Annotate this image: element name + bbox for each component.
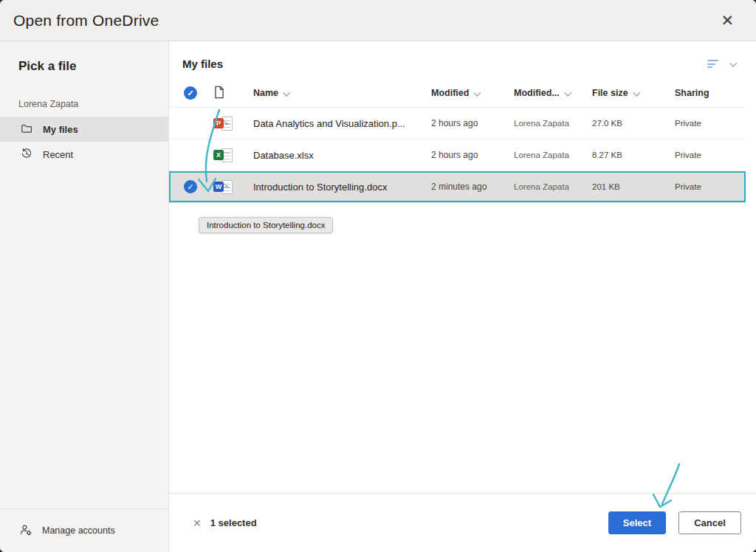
clear-selection-icon[interactable]: ✕ (193, 517, 202, 529)
sidebar: Pick a file Lorena Zapata My files (0, 41, 169, 552)
table-row-selected[interactable]: ✓ W Introduction to Storytelling.docx 2 … (169, 171, 746, 203)
close-icon[interactable]: ✕ (716, 11, 738, 30)
person-gear-icon (20, 524, 32, 538)
chevron-down-icon (283, 89, 290, 97)
file-name: Data Analytics and Visualization.p... (246, 118, 431, 129)
selection-status: 1 selected (210, 517, 257, 528)
sidebar-heading: Pick a file (18, 59, 168, 74)
file-size: 201 KB (592, 182, 675, 191)
onedrive-picker-dialog: Open from OneDrive ✕ Pick a file Lorena … (0, 0, 756, 552)
folder-icon (21, 123, 32, 137)
column-header-modified[interactable]: Modified (431, 88, 514, 98)
word-file-icon: W (213, 179, 233, 195)
table-row[interactable]: X Database.xlsx 2 hours ago Lorena Zapat… (169, 139, 746, 171)
sidebar-item-label: My files (43, 124, 78, 135)
column-header-modified-by[interactable]: Modified... (514, 88, 592, 98)
dialog-title: Open from OneDrive (13, 12, 159, 30)
column-header-sharing[interactable]: Sharing (675, 88, 746, 98)
manage-accounts-button[interactable]: Manage accounts (0, 508, 168, 552)
select-button[interactable]: Select (608, 511, 666, 534)
sidebar-item-recent[interactable]: Recent (0, 142, 168, 167)
select-all-checkbox[interactable]: ✓ (184, 86, 197, 100)
file-modified-by: Lorena Zapata (514, 151, 592, 159)
file-sharing: Private (675, 182, 746, 191)
table-header: ✓ Name Modified Modi (169, 79, 746, 108)
chevron-down-icon (474, 89, 481, 97)
title-bar: Open from OneDrive ✕ (0, 0, 756, 41)
powerpoint-file-icon: P (213, 116, 233, 131)
file-modified-by: Lorena Zapata (514, 119, 592, 128)
row-checkbox-checked[interactable]: ✓ (184, 180, 197, 193)
file-modified-by: Lorena Zapata (514, 182, 592, 191)
file-modified: 2 minutes ago (431, 182, 514, 192)
sidebar-item-label: Recent (43, 149, 73, 160)
file-size: 27.0 KB (592, 119, 675, 128)
filename-tooltip: Introduction to Storytelling.docx (199, 217, 333, 233)
history-icon (21, 148, 32, 162)
file-modified: 2 hours ago (431, 150, 514, 160)
file-browser-panel: My files ✓ (169, 41, 756, 552)
file-modified: 2 hours ago (431, 118, 514, 128)
file-name: Database.xlsx (246, 150, 431, 161)
column-header-name[interactable]: Name (246, 88, 431, 98)
folder-heading: My files (182, 58, 223, 70)
manage-accounts-label: Manage accounts (42, 525, 115, 536)
document-icon (213, 86, 225, 101)
chevron-down-icon (729, 60, 737, 67)
file-sharing: Private (675, 119, 746, 128)
file-name: Introduction to Storytelling.docx (246, 182, 431, 193)
account-name: Lorena Zapata (18, 99, 168, 109)
chevron-down-icon (564, 89, 571, 97)
column-header-file-size[interactable]: File size (592, 88, 675, 98)
excel-file-icon: X (213, 148, 233, 163)
chevron-down-icon (633, 89, 640, 97)
sidebar-item-my-files[interactable]: My files (0, 117, 168, 142)
table-row[interactable]: P Data Analytics and Visualization.p... … (169, 108, 746, 139)
file-size: 8.27 KB (592, 151, 675, 159)
sort-lines-icon (707, 60, 718, 68)
sort-options-button[interactable] (704, 58, 738, 69)
footer-bar: ✕ 1 selected Select Cancel (169, 493, 756, 552)
file-sharing: Private (675, 151, 746, 159)
cancel-button[interactable]: Cancel (678, 511, 741, 534)
